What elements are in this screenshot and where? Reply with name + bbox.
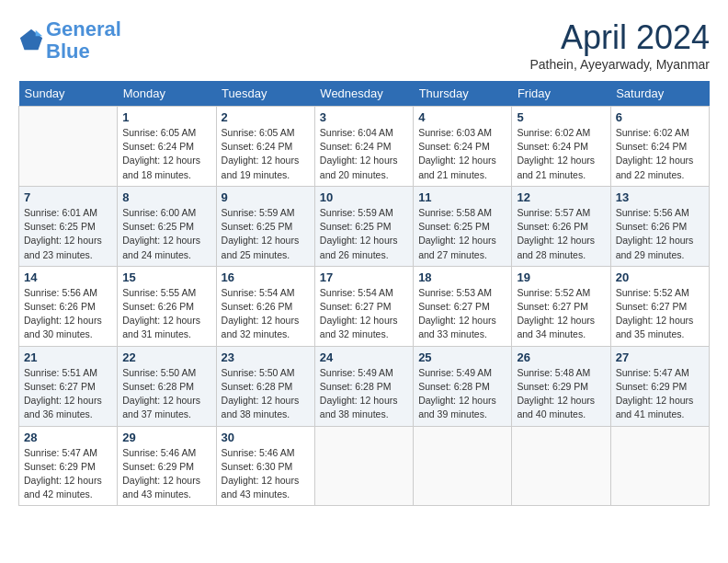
day-number: 18: [418, 270, 506, 284]
day-info: Sunrise: 6:00 AM Sunset: 6:25 PM Dayligh…: [122, 206, 210, 262]
day-cell: 2Sunrise: 6:05 AM Sunset: 6:24 PM Daylig…: [216, 107, 314, 187]
day-cell: [512, 426, 610, 506]
calendar-body: 1Sunrise: 6:05 AM Sunset: 6:24 PM Daylig…: [19, 107, 710, 506]
day-info: Sunrise: 5:47 AM Sunset: 6:29 PM Dayligh…: [616, 366, 704, 422]
day-cell: 25Sunrise: 5:49 AM Sunset: 6:28 PM Dayli…: [414, 346, 512, 426]
day-number: 24: [320, 350, 408, 364]
week-row-1: 1Sunrise: 6:05 AM Sunset: 6:24 PM Daylig…: [19, 107, 710, 187]
day-info: Sunrise: 5:48 AM Sunset: 6:29 PM Dayligh…: [517, 366, 605, 422]
header-saturday: Saturday: [610, 81, 709, 107]
day-cell: 9Sunrise: 5:59 AM Sunset: 6:25 PM Daylig…: [216, 186, 314, 266]
day-cell: 15Sunrise: 5:55 AM Sunset: 6:26 PM Dayli…: [118, 266, 216, 346]
day-info: Sunrise: 6:02 AM Sunset: 6:24 PM Dayligh…: [517, 126, 605, 182]
day-number: 5: [517, 110, 605, 124]
day-cell: 21Sunrise: 5:51 AM Sunset: 6:27 PM Dayli…: [19, 346, 118, 426]
day-cell: 16Sunrise: 5:54 AM Sunset: 6:26 PM Dayli…: [216, 266, 314, 346]
day-info: Sunrise: 6:02 AM Sunset: 6:24 PM Dayligh…: [616, 126, 704, 182]
calendar-header: Sunday Monday Tuesday Wednesday Thursday…: [19, 81, 710, 107]
day-info: Sunrise: 6:05 AM Sunset: 6:24 PM Dayligh…: [122, 126, 210, 182]
header-thursday: Thursday: [414, 81, 512, 107]
day-cell: 29Sunrise: 5:46 AM Sunset: 6:29 PM Dayli…: [118, 426, 216, 506]
day-number: 20: [616, 270, 704, 284]
week-row-2: 7Sunrise: 6:01 AM Sunset: 6:25 PM Daylig…: [19, 186, 710, 266]
day-number: 9: [222, 190, 310, 204]
day-cell: 24Sunrise: 5:49 AM Sunset: 6:28 PM Dayli…: [314, 346, 413, 426]
day-info: Sunrise: 5:57 AM Sunset: 6:26 PM Dayligh…: [517, 206, 605, 262]
day-number: 3: [320, 110, 408, 124]
day-cell: 11Sunrise: 5:58 AM Sunset: 6:25 PM Dayli…: [414, 186, 512, 266]
day-number: 16: [222, 270, 310, 284]
day-info: Sunrise: 5:53 AM Sunset: 6:27 PM Dayligh…: [418, 286, 506, 342]
day-number: 19: [517, 270, 605, 284]
day-cell: 1Sunrise: 6:05 AM Sunset: 6:24 PM Daylig…: [118, 107, 216, 187]
day-number: 2: [222, 110, 310, 124]
day-number: 15: [122, 270, 210, 284]
day-number: 27: [616, 350, 704, 364]
day-info: Sunrise: 5:46 AM Sunset: 6:30 PM Dayligh…: [222, 446, 310, 502]
day-number: 14: [24, 270, 112, 284]
day-cell: 19Sunrise: 5:52 AM Sunset: 6:27 PM Dayli…: [512, 266, 610, 346]
day-info: Sunrise: 5:55 AM Sunset: 6:26 PM Dayligh…: [122, 286, 210, 342]
title-block: April 2024 Pathein, Ayeyarwady, Myanmar: [529, 18, 710, 72]
day-number: 28: [24, 431, 112, 444]
header-tuesday: Tuesday: [216, 81, 314, 107]
day-number: 13: [616, 190, 704, 204]
day-cell: 18Sunrise: 5:53 AM Sunset: 6:27 PM Dayli…: [414, 266, 512, 346]
day-info: Sunrise: 6:03 AM Sunset: 6:24 PM Dayligh…: [418, 126, 506, 182]
day-number: 22: [122, 350, 210, 364]
calendar-table: Sunday Monday Tuesday Wednesday Thursday…: [18, 81, 710, 506]
logo-text: General Blue: [46, 18, 121, 63]
page-header: General Blue April 2024 Pathein, Ayeyarw…: [18, 18, 710, 72]
day-info: Sunrise: 5:46 AM Sunset: 6:29 PM Dayligh…: [122, 446, 210, 502]
header-sunday: Sunday: [19, 81, 118, 107]
day-info: Sunrise: 5:52 AM Sunset: 6:27 PM Dayligh…: [517, 286, 605, 342]
day-cell: 3Sunrise: 6:04 AM Sunset: 6:24 PM Daylig…: [314, 107, 413, 187]
day-number: 21: [24, 350, 112, 364]
day-number: 23: [222, 350, 310, 364]
logo-icon: [18, 28, 44, 53]
day-info: Sunrise: 6:05 AM Sunset: 6:24 PM Dayligh…: [222, 126, 310, 182]
day-number: 8: [122, 190, 210, 204]
day-info: Sunrise: 5:54 AM Sunset: 6:26 PM Dayligh…: [222, 286, 310, 342]
day-info: Sunrise: 5:50 AM Sunset: 6:28 PM Dayligh…: [122, 366, 210, 422]
day-info: Sunrise: 5:54 AM Sunset: 6:27 PM Dayligh…: [320, 286, 408, 342]
day-number: 10: [320, 190, 408, 204]
week-row-5: 28Sunrise: 5:47 AM Sunset: 6:29 PM Dayli…: [19, 426, 710, 506]
day-info: Sunrise: 5:56 AM Sunset: 6:26 PM Dayligh…: [616, 206, 704, 262]
day-info: Sunrise: 5:47 AM Sunset: 6:29 PM Dayligh…: [24, 446, 112, 502]
header-wednesday: Wednesday: [314, 81, 413, 107]
day-info: Sunrise: 5:52 AM Sunset: 6:27 PM Dayligh…: [616, 286, 704, 342]
day-cell: [19, 107, 118, 187]
day-cell: 28Sunrise: 5:47 AM Sunset: 6:29 PM Dayli…: [19, 426, 118, 506]
day-cell: 8Sunrise: 6:00 AM Sunset: 6:25 PM Daylig…: [118, 186, 216, 266]
day-number: 4: [418, 110, 506, 124]
month-title: April 2024: [529, 18, 710, 57]
location-subtitle: Pathein, Ayeyarwady, Myanmar: [529, 57, 710, 72]
day-number: 12: [517, 190, 605, 204]
day-info: Sunrise: 6:04 AM Sunset: 6:24 PM Dayligh…: [320, 126, 408, 182]
week-row-3: 14Sunrise: 5:56 AM Sunset: 6:26 PM Dayli…: [19, 266, 710, 346]
header-monday: Monday: [118, 81, 216, 107]
day-cell: 12Sunrise: 5:57 AM Sunset: 6:26 PM Dayli…: [512, 186, 610, 266]
day-info: Sunrise: 5:59 AM Sunset: 6:25 PM Dayligh…: [222, 206, 310, 262]
day-info: Sunrise: 6:01 AM Sunset: 6:25 PM Dayligh…: [24, 206, 112, 262]
day-cell: 10Sunrise: 5:59 AM Sunset: 6:25 PM Dayli…: [314, 186, 413, 266]
day-cell: 26Sunrise: 5:48 AM Sunset: 6:29 PM Dayli…: [512, 346, 610, 426]
day-info: Sunrise: 5:49 AM Sunset: 6:28 PM Dayligh…: [418, 366, 506, 422]
day-number: 30: [222, 431, 310, 444]
day-number: 1: [122, 110, 210, 124]
day-number: 7: [24, 190, 112, 204]
svg-marker-0: [20, 29, 42, 50]
day-cell: [414, 426, 512, 506]
logo: General Blue: [18, 18, 121, 63]
svg-marker-1: [36, 30, 42, 37]
day-number: 25: [418, 350, 506, 364]
day-cell: 17Sunrise: 5:54 AM Sunset: 6:27 PM Dayli…: [314, 266, 413, 346]
day-cell: 27Sunrise: 5:47 AM Sunset: 6:29 PM Dayli…: [610, 346, 709, 426]
day-info: Sunrise: 5:50 AM Sunset: 6:28 PM Dayligh…: [222, 366, 310, 422]
day-number: 11: [418, 190, 506, 204]
header-row: Sunday Monday Tuesday Wednesday Thursday…: [19, 81, 710, 107]
day-cell: 20Sunrise: 5:52 AM Sunset: 6:27 PM Dayli…: [610, 266, 709, 346]
day-info: Sunrise: 5:49 AM Sunset: 6:28 PM Dayligh…: [320, 366, 408, 422]
day-cell: 7Sunrise: 6:01 AM Sunset: 6:25 PM Daylig…: [19, 186, 118, 266]
